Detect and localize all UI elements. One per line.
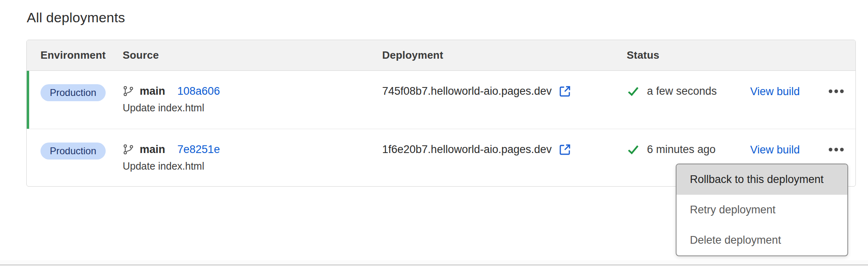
check-icon	[627, 143, 640, 156]
commit-link[interactable]: 108a606	[177, 84, 220, 98]
menu-item-retry[interactable]: Retry deployment	[677, 195, 847, 225]
menu-item-rollback[interactable]: Rollback to this deployment	[677, 164, 847, 195]
commit-link[interactable]: 7e8251e	[177, 142, 220, 157]
external-link-icon[interactable]	[558, 85, 572, 98]
view-build-link[interactable]: View build	[750, 143, 800, 157]
environment-badge: Production	[40, 84, 106, 101]
status-time: a few seconds	[647, 84, 717, 98]
status-time: 6 minutes ago	[647, 142, 716, 157]
check-icon	[627, 85, 640, 98]
git-branch-icon	[123, 144, 134, 155]
deployment-context-menu: Rollback to this deployment Retry deploy…	[676, 164, 848, 256]
current-deployment-indicator	[27, 71, 29, 129]
branch-name: main	[140, 84, 165, 98]
commit-message: Update index.html	[123, 160, 382, 172]
column-header-source: Source	[123, 49, 382, 62]
column-header-status: Status	[627, 49, 750, 62]
overflow-menu-icon[interactable]	[829, 86, 844, 96]
environment-badge: Production	[40, 143, 106, 160]
commit-message: Update index.html	[123, 102, 382, 114]
menu-item-delete[interactable]: Delete deployment	[677, 225, 847, 255]
deployment-url: 745f08b7.helloworld-aio.pages.dev	[382, 84, 552, 98]
deployment-url: 1f6e20b7.helloworld-aio.pages.dev	[382, 142, 552, 157]
table-row: Production main 108a606 Update index.htm…	[27, 71, 855, 129]
branch-name: main	[140, 142, 165, 157]
view-build-link[interactable]: View build	[750, 84, 800, 99]
external-link-icon[interactable]	[558, 143, 572, 156]
overflow-menu-icon[interactable]	[829, 145, 844, 154]
page-bottom-divider	[0, 260, 868, 266]
column-header-environment: Environment	[27, 49, 123, 62]
page-title: All deployments	[27, 10, 125, 26]
table-header-row: Environment Source Deployment Status	[27, 40, 855, 71]
git-branch-icon	[123, 85, 134, 97]
column-header-deployment: Deployment	[382, 49, 627, 62]
